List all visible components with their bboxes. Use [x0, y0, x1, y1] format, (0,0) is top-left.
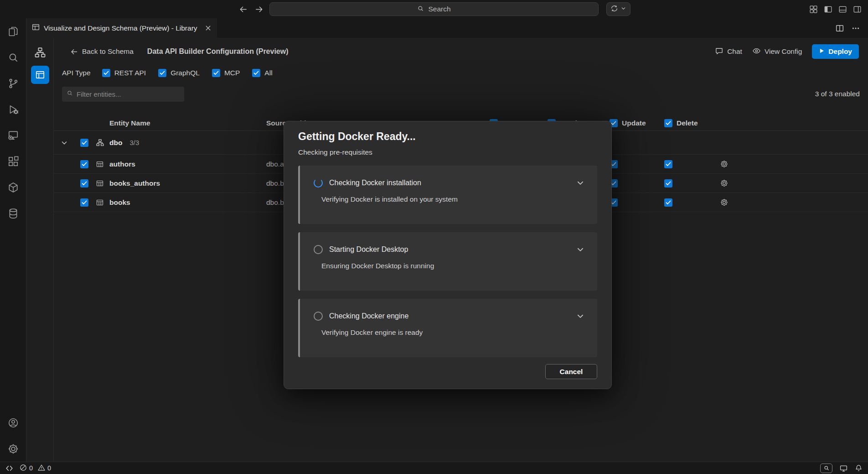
chevron-down-icon[interactable]	[576, 179, 584, 187]
source-control-icon[interactable]	[0, 70, 26, 96]
back-to-schema-link[interactable]: Back to Schema	[70, 47, 134, 56]
explorer-icon[interactable]	[0, 18, 26, 44]
step-docker-installation: Checking Docker installation Verifying D…	[298, 166, 597, 224]
search-bar[interactable]: Search	[269, 2, 599, 16]
error-icon	[20, 464, 27, 473]
entity-name: books	[107, 198, 266, 207]
enabled-summary: 3 of 3 enabled	[815, 90, 860, 98]
customize-layout-icon[interactable]	[809, 5, 818, 14]
sync-icon	[610, 5, 618, 14]
checkbox-checked[interactable]	[252, 69, 260, 77]
delete-checkbox[interactable]	[664, 179, 672, 188]
checkbox-checked[interactable]	[158, 69, 166, 77]
problems-indicator[interactable]: 0 0	[20, 464, 51, 473]
extensions-icon[interactable]	[0, 148, 26, 174]
back-arrow-icon[interactable]	[239, 5, 248, 14]
table-designer-icon[interactable]	[31, 66, 49, 84]
step-description: Verifying Docker is installed on your sy…	[321, 195, 597, 203]
session-dropdown[interactable]	[606, 2, 630, 16]
chevron-down-icon[interactable]	[576, 245, 584, 254]
docker-ready-dialog: Getting Docker Ready... Checking pre-req…	[284, 121, 612, 389]
accounts-icon[interactable]	[0, 410, 26, 436]
step-description: Verifying Docker engine is ready	[321, 328, 597, 337]
select-all-delete-checkbox[interactable]	[664, 119, 672, 127]
checkbox-checked[interactable]	[212, 69, 220, 77]
title-bar: Search	[0, 0, 868, 18]
checkbox-checked[interactable]	[102, 69, 110, 77]
containers-icon[interactable]	[0, 174, 26, 200]
row-checkbox[interactable]	[80, 198, 88, 207]
close-icon[interactable]	[205, 25, 212, 31]
group-checkbox[interactable]	[80, 139, 88, 147]
tab-bar: Visualize and Design Schema (Preview) - …	[26, 18, 868, 38]
step-description: Ensuring Docker Desktop is running	[321, 262, 597, 270]
col-delete: Delete	[660, 119, 712, 127]
screencast-icon[interactable]	[840, 464, 847, 472]
row-checkbox[interactable]	[80, 160, 88, 168]
col-update: Update	[605, 119, 660, 127]
mcp-checkbox[interactable]: MCP	[212, 69, 240, 77]
entity-settings-gear-icon[interactable]	[712, 198, 868, 207]
cancel-button[interactable]: Cancel	[545, 364, 597, 379]
dialog-subtitle: Checking pre-requisites	[298, 148, 597, 156]
toggle-panel-icon[interactable]	[838, 5, 847, 14]
tab-visualize-design-schema[interactable]: Visualize and Design Schema (Preview) - …	[26, 18, 217, 38]
step-label: Starting Docker Desktop	[329, 245, 408, 254]
deploy-label: Deploy	[828, 47, 852, 56]
chat-icon	[715, 47, 723, 57]
remote-indicator[interactable]	[5, 464, 13, 472]
back-label: Back to Schema	[82, 47, 134, 56]
search-view-icon[interactable]	[0, 44, 26, 70]
header-actions: Chat View Config	[715, 44, 859, 59]
pending-circle-icon	[314, 312, 323, 321]
delete-checkbox[interactable]	[664, 198, 672, 207]
run-debug-icon[interactable]	[0, 96, 26, 122]
window-layout-controls	[809, 0, 862, 18]
toggle-secondary-sidebar-icon[interactable]	[853, 5, 862, 14]
tab-title: Visualize and Design Schema (Preview) - …	[44, 24, 197, 32]
schema-tab-icon	[32, 23, 40, 33]
mcp-label: MCP	[224, 69, 240, 77]
database-projects-icon[interactable]	[0, 200, 26, 226]
split-editor-icon[interactable]	[836, 24, 844, 32]
entity-settings-gear-icon[interactable]	[712, 160, 868, 168]
filter-entities-box[interactable]	[62, 87, 184, 102]
sql-connection-icon[interactable]	[0, 122, 26, 148]
editor-actions	[836, 18, 868, 38]
more-actions-icon[interactable]	[852, 24, 860, 32]
deploy-button[interactable]: Deploy	[812, 44, 859, 59]
toggle-primary-sidebar-icon[interactable]	[824, 5, 832, 14]
settings-gear-icon[interactable]	[0, 436, 26, 462]
chevron-down-icon	[620, 5, 626, 13]
api-type-label: API Type	[62, 69, 91, 77]
warning-icon	[38, 464, 45, 473]
entity-name: books_authors	[107, 179, 266, 188]
view-config-button[interactable]: View Config	[752, 47, 802, 57]
filter-entities-input[interactable]	[77, 90, 180, 98]
api-type-row: API Type REST API GraphQL MCP	[54, 66, 868, 80]
forward-arrow-icon[interactable]	[255, 5, 264, 14]
designer-tool-strip	[26, 38, 54, 462]
chevron-down-icon[interactable]	[576, 312, 584, 320]
entity-settings-gear-icon[interactable]	[712, 179, 868, 188]
step-docker-engine: Checking Docker engine Verifying Docker …	[298, 299, 597, 357]
rest-api-checkbox[interactable]: REST API	[102, 69, 146, 77]
status-bar-right	[820, 464, 863, 473]
table-icon	[96, 161, 103, 168]
all-checkbox[interactable]: All	[252, 69, 272, 77]
zoom-indicator[interactable]	[820, 464, 832, 473]
search-icon	[67, 90, 73, 98]
graphql-checkbox[interactable]: GraphQL	[158, 69, 200, 77]
chevron-down-icon[interactable]	[61, 139, 68, 146]
schema-visualizer-icon[interactable]	[31, 43, 49, 62]
delete-checkbox[interactable]	[664, 160, 672, 168]
step-docker-desktop: Starting Docker Desktop Ensuring Docker …	[298, 232, 597, 291]
row-checkbox[interactable]	[80, 179, 88, 188]
table-icon	[96, 199, 103, 206]
page-title: Data API Builder Configuration (Preview)	[147, 47, 289, 56]
group-name: dbo	[109, 139, 122, 147]
warning-count: 0	[47, 464, 51, 472]
notifications-bell-icon[interactable]	[855, 464, 863, 472]
chat-button[interactable]: Chat	[715, 47, 742, 57]
history-nav	[239, 0, 264, 18]
